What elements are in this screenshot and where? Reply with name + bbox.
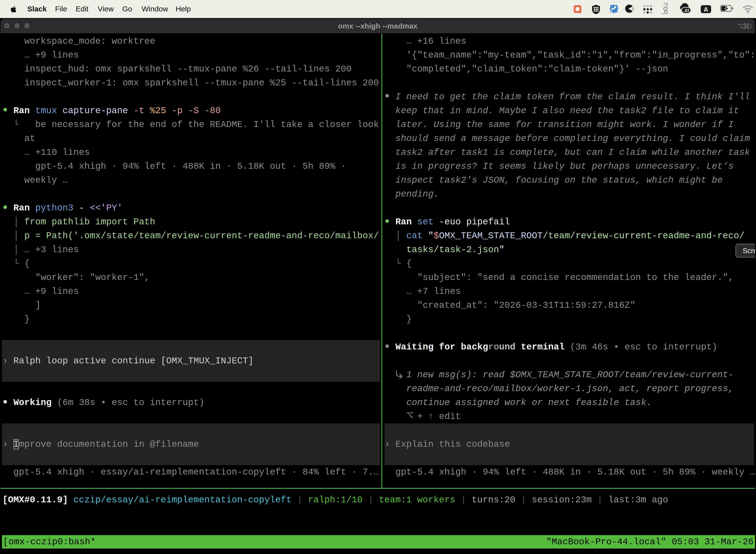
svg-text:1: 1 [749,23,752,29]
svg-text:A: A [704,6,708,13]
svg-text:..61: ..61 [683,8,690,13]
